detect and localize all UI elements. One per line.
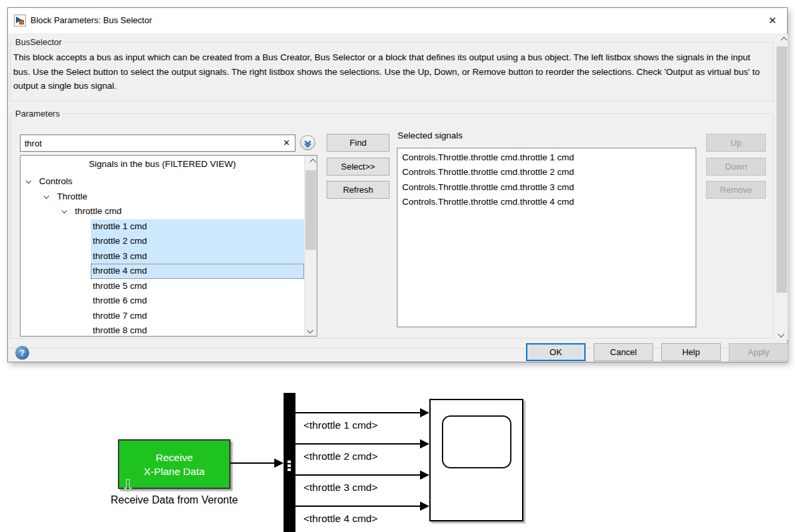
tree-item[interactable]: Throttle bbox=[21, 189, 304, 205]
help-button[interactable]: Help bbox=[661, 343, 721, 361]
tree-item[interactable]: throttle 8 cmd bbox=[21, 323, 304, 337]
tree-item[interactable]: throttle 7 cmd bbox=[21, 309, 304, 324]
signal-line[interactable] bbox=[295, 474, 420, 476]
find-button[interactable]: Find bbox=[327, 134, 390, 152]
arrowhead-icon bbox=[274, 458, 284, 468]
signal-label[interactable]: <throttle 4 cmd> bbox=[303, 513, 378, 525]
signal-label[interactable]: <throttle 3 cmd> bbox=[303, 482, 378, 494]
search-input[interactable] bbox=[21, 135, 279, 151]
receive-xplane-data-block[interactable]: Receive X-Plane Data ⇩ bbox=[118, 439, 231, 489]
tree-item[interactable]: throttle 2 cmd bbox=[21, 234, 304, 249]
filter-search-box: ✕ bbox=[20, 134, 295, 152]
download-arrow-icon: ⇩ bbox=[121, 479, 135, 493]
block-parameters-dialog: Block Parameters: Bus Selector ✕ BusSele… bbox=[7, 7, 788, 362]
cancel-button[interactable]: Cancel bbox=[594, 343, 653, 361]
selected-signal-item[interactable]: Controls.Throttle.throttle cmd.throttle … bbox=[402, 180, 696, 195]
block-text-line2: X-Plane Data bbox=[144, 464, 205, 478]
remove-button[interactable]: Remove bbox=[706, 181, 766, 199]
tree-item[interactable]: throttle cmd bbox=[21, 204, 304, 219]
ok-button[interactable]: OK bbox=[526, 343, 586, 361]
selected-signal-item[interactable]: Controls.Throttle.throttle cmd.throttle … bbox=[402, 150, 696, 165]
tree-item[interactable]: throttle 5 cmd bbox=[21, 279, 304, 294]
selected-signals-listbox[interactable]: Controls.Throttle.throttle cmd.throttle … bbox=[397, 148, 696, 327]
block-caption[interactable]: Receive Data from Veronte bbox=[95, 494, 254, 506]
signal-label[interactable]: <throttle 1 cmd> bbox=[303, 419, 378, 431]
signals-tree-listbox[interactable]: Signals in the bus (FILTERED VIEW) Contr… bbox=[20, 155, 317, 337]
tree-item-label: Controls bbox=[39, 174, 72, 189]
tree-item-label: throttle 6 cmd bbox=[93, 293, 147, 309]
filter-options-button[interactable] bbox=[300, 135, 315, 150]
expand-chevron-icon[interactable] bbox=[26, 178, 31, 184]
signal-line-row[interactable]: <throttle 4 cmd> bbox=[295, 502, 435, 511]
tree-item-label: throttle 5 cmd bbox=[93, 279, 147, 294]
down-button[interactable]: Down bbox=[706, 158, 766, 176]
signal-line[interactable] bbox=[295, 412, 420, 413]
tree-item-label: Throttle bbox=[57, 189, 87, 205]
scope-block[interactable] bbox=[429, 399, 523, 521]
tree-scrollbar[interactable] bbox=[304, 156, 317, 336]
signal-line[interactable] bbox=[295, 443, 420, 445]
help-icon[interactable]: ? bbox=[15, 346, 29, 360]
tree-item-label: throttle 8 cmd bbox=[93, 323, 147, 337]
dialog-titlebar[interactable]: Block Parameters: Bus Selector ✕ bbox=[8, 8, 787, 33]
bus-connection-line[interactable] bbox=[231, 462, 276, 464]
tree-item-label: throttle cmd bbox=[75, 204, 122, 219]
arrowhead-icon bbox=[420, 470, 429, 480]
close-icon[interactable]: ✕ bbox=[758, 8, 787, 33]
apply-button[interactable]: Apply bbox=[729, 343, 788, 361]
expand-chevron-icon[interactable] bbox=[62, 208, 67, 213]
scroll-down-icon[interactable] bbox=[305, 324, 317, 336]
select-button[interactable]: Select>> bbox=[327, 158, 390, 176]
signal-label[interactable]: <throttle 2 cmd> bbox=[303, 451, 378, 462]
tree-item[interactable]: Controls bbox=[21, 174, 304, 189]
tree-item[interactable]: throttle 6 cmd bbox=[21, 293, 304, 309]
up-button[interactable]: Up bbox=[706, 134, 766, 152]
tree-item[interactable]: throttle 3 cmd bbox=[21, 249, 304, 264]
dialog-scrollbar-thumb[interactable] bbox=[776, 46, 787, 293]
tree-item-label: throttle 4 cmd bbox=[93, 264, 147, 279]
tree-item-label: throttle 1 cmd bbox=[93, 219, 147, 235]
bus-port-marker bbox=[288, 459, 291, 472]
signal-line[interactable] bbox=[295, 505, 420, 507]
signal-line-row[interactable]: <throttle 2 cmd> bbox=[295, 439, 435, 449]
clear-search-icon[interactable]: ✕ bbox=[283, 138, 290, 148]
tree-item[interactable]: throttle 1 cmd bbox=[21, 219, 304, 235]
bus-selector-block[interactable] bbox=[284, 393, 295, 532]
dialog-scrollbar[interactable] bbox=[776, 34, 788, 340]
tree-item-label: throttle 7 cmd bbox=[93, 309, 147, 324]
selected-signal-item[interactable]: Controls.Throttle.throttle cmd.throttle … bbox=[402, 165, 696, 180]
arrowhead-icon bbox=[420, 439, 429, 449]
selected-signals-label: Selected signals bbox=[398, 131, 462, 140]
selected-signal-item[interactable]: Controls.Throttle.throttle cmd.throttle … bbox=[402, 195, 696, 209]
scroll-up-icon[interactable] bbox=[305, 156, 317, 168]
expand-chevron-icon[interactable] bbox=[44, 193, 49, 198]
parameters-group-label: Parameters bbox=[13, 109, 62, 119]
tree-item-label: throttle 3 cmd bbox=[93, 249, 147, 264]
block-description-text: This block accepts a bus as input which … bbox=[13, 50, 766, 93]
simulink-block-icon bbox=[14, 15, 26, 27]
arrowhead-icon bbox=[420, 502, 429, 511]
tree-item[interactable]: throttle 4 cmd bbox=[21, 264, 304, 279]
signal-line-row[interactable]: <throttle 1 cmd> bbox=[295, 408, 435, 417]
dialog-title: Block Parameters: Bus Selector bbox=[30, 15, 152, 25]
screenshot-root: Block Parameters: Bus Selector ✕ BusSele… bbox=[0, 0, 795, 532]
scope-screen-icon bbox=[442, 415, 511, 468]
signal-line-row[interactable]: <throttle 3 cmd> bbox=[295, 470, 435, 480]
block-text-line1: Receive bbox=[156, 451, 193, 464]
arrowhead-icon bbox=[420, 408, 429, 417]
busselector-group-label: BusSelector bbox=[13, 37, 64, 47]
tree-scrollbar-thumb[interactable] bbox=[305, 170, 316, 250]
tree-header: Signals in the bus (FILTERED VIEW) bbox=[21, 159, 304, 169]
refresh-button[interactable]: Refresh bbox=[327, 181, 390, 199]
scroll-up-icon[interactable] bbox=[776, 34, 788, 46]
tree-item-label: throttle 2 cmd bbox=[93, 234, 147, 249]
scroll-down-icon[interactable] bbox=[776, 328, 788, 340]
